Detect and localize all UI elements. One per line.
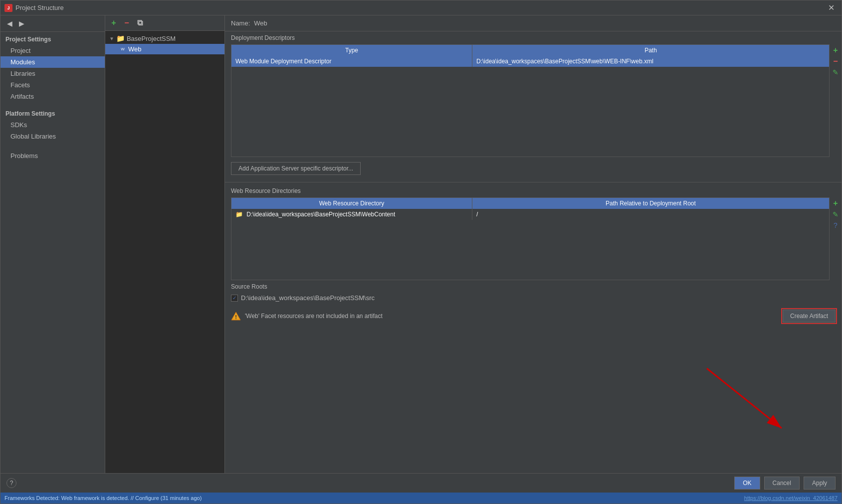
- tree-root-label: BaseProjectSSM: [127, 35, 176, 42]
- web-dir-column-header: Web Resource Directory: [231, 198, 472, 209]
- app-icon: J: [4, 4, 12, 12]
- project-structure-window: J Project Structure ✕ ◀ ▶ Project Settin…: [0, 0, 842, 504]
- bottom-bar: ? OK Cancel Apply: [0, 473, 842, 493]
- deployment-table-container: Type Path Web Module Deployment Descript…: [225, 44, 842, 157]
- name-label: Name:: [231, 19, 250, 27]
- close-button[interactable]: ✕: [825, 2, 838, 13]
- web-resource-help-btn[interactable]: ?: [831, 220, 841, 230]
- web-resource-table-header: Web Resource Directory Path Relative to …: [231, 198, 829, 209]
- web-resource-edit-btn[interactable]: ✎: [831, 209, 841, 219]
- section-divider-1: [225, 182, 842, 182]
- main-content: ◀ ▶ Project Settings Project Modules Lib…: [0, 15, 842, 473]
- arrow-overlay: [702, 363, 802, 443]
- sidebar-item-problems[interactable]: Problems: [0, 150, 105, 162]
- sidebar: ◀ ▶ Project Settings Project Modules Lib…: [0, 15, 105, 473]
- window-title: Project Structure: [15, 4, 64, 11]
- tree-content: ▼ 📁 BaseProjectSSM W Web: [105, 31, 224, 473]
- apply-button[interactable]: Apply: [804, 477, 836, 490]
- sidebar-item-project[interactable]: Project: [0, 45, 105, 56]
- source-root-path: D:\idea\idea_workspaces\BaseProjectSSM\s…: [241, 294, 375, 302]
- deployment-table-header: Type Path: [231, 45, 829, 56]
- platform-settings-label: Platform Settings: [0, 106, 105, 119]
- sidebar-item-global-libraries[interactable]: Global Libraries: [0, 131, 105, 142]
- add-server-descriptor-button[interactable]: Add Application Server specific descript…: [231, 162, 361, 175]
- deployment-remove-btn[interactable]: −: [831, 56, 841, 66]
- bottom-right: OK Cancel Apply: [734, 477, 836, 490]
- sidebar-nav: ◀ ▶: [0, 15, 105, 32]
- tree-root-item[interactable]: ▼ 📁 BaseProjectSSM: [105, 33, 224, 44]
- deployment-add-btn[interactable]: +: [831, 45, 841, 55]
- status-bar: Frameworks Detected: Web framework is de…: [0, 493, 842, 504]
- bottom-left: ?: [6, 478, 16, 488]
- source-root-checkbox[interactable]: [231, 295, 238, 302]
- tree-copy-button[interactable]: ⧉: [134, 17, 145, 28]
- forward-button[interactable]: ▶: [16, 18, 26, 28]
- name-bar: Name: Web: [225, 15, 842, 31]
- web-resource-add-btn[interactable]: +: [831, 198, 841, 208]
- source-root-row: D:\idea\idea_workspaces\BaseProjectSSM\s…: [231, 293, 836, 303]
- name-value: Web: [254, 19, 267, 27]
- deployment-table-empty: [231, 67, 829, 157]
- cancel-button[interactable]: Cancel: [764, 477, 800, 490]
- back-button[interactable]: ◀: [4, 18, 14, 28]
- add-server-btn-container: Add Application Server specific descript…: [225, 157, 842, 180]
- folder-small-icon: 📁: [235, 211, 243, 218]
- web-resource-table-container: Web Resource Directory Path Relative to …: [225, 197, 842, 280]
- web-dir-cell: 📁 D:\idea\idea_workspaces\BaseProjectSSM…: [231, 209, 472, 220]
- deployment-type-cell: Web Module Deployment Descriptor: [231, 56, 472, 67]
- title-bar-left: J Project Structure: [4, 4, 64, 12]
- ok-button[interactable]: OK: [734, 477, 760, 490]
- title-bar: J Project Structure ✕: [0, 0, 842, 15]
- tree-web-label: Web: [128, 45, 142, 53]
- table-row[interactable]: Web Module Deployment Descriptor D:\idea…: [231, 56, 829, 67]
- warning-icon: !: [231, 311, 241, 321]
- deployment-descriptors-header: Deployment Descriptors: [225, 31, 842, 44]
- tree-panel: + − ⧉ ▼ 📁 BaseProjectSSM W Web: [105, 15, 225, 473]
- deployment-side-btns: + − ✎: [830, 44, 842, 157]
- tree-remove-button[interactable]: −: [121, 17, 132, 28]
- deployment-path-cell: D:\idea\idea_workspaces\BaseProjectSSM\w…: [472, 56, 829, 67]
- sidebar-item-facets[interactable]: Facets: [0, 79, 105, 91]
- tree-toolbar: + − ⧉: [105, 15, 224, 31]
- status-text: Frameworks Detected: Web framework is de…: [4, 495, 202, 501]
- sidebar-item-artifacts[interactable]: Artifacts: [0, 91, 105, 102]
- web-resource-table-wrapper: Web Resource Directory Path Relative to …: [231, 197, 830, 280]
- web-rel-path-column-header: Path Relative to Deployment Root: [472, 198, 829, 209]
- type-column-header: Type: [231, 45, 472, 56]
- web-resource-row[interactable]: 📁 D:\idea\idea_workspaces\BaseProjectSSM…: [231, 209, 829, 220]
- help-button[interactable]: ?: [6, 478, 16, 488]
- status-link[interactable]: https://blog.csdn.net/weixin_42061487: [744, 495, 838, 501]
- sidebar-item-modules[interactable]: Modules: [0, 56, 105, 68]
- warning-left: ! 'Web' Facet resources are not included…: [231, 311, 383, 321]
- tree-arrow: ▼: [109, 36, 114, 41]
- deployment-table-wrapper: Type Path Web Module Deployment Descript…: [231, 44, 830, 157]
- tree-add-button[interactable]: +: [108, 17, 119, 28]
- path-column-header: Path: [472, 45, 829, 56]
- deployment-edit-btn[interactable]: ✎: [831, 67, 841, 77]
- source-roots-label: Source Roots: [231, 283, 836, 290]
- svg-text:!: !: [235, 314, 237, 320]
- web-resource-side-btns: + ✎ ?: [830, 197, 842, 280]
- folder-icon: 📁: [116, 34, 125, 42]
- svg-line-3: [707, 368, 782, 428]
- web-resource-table-empty: [231, 220, 829, 280]
- tree-web-item[interactable]: W Web: [105, 44, 224, 54]
- sidebar-item-libraries[interactable]: Libraries: [0, 68, 105, 79]
- web-resource-header: Web Resource Directories: [225, 184, 842, 197]
- web-module-icon: W: [119, 46, 126, 53]
- web-rel-path-cell: /: [472, 209, 829, 220]
- sidebar-item-sdks[interactable]: SDKs: [0, 119, 105, 131]
- warning-text: 'Web' Facet resources are not included i…: [245, 313, 383, 320]
- warning-row: ! 'Web' Facet resources are not included…: [225, 306, 842, 327]
- main-panel: Name: Web Deployment Descriptors Type Pa…: [225, 15, 842, 473]
- source-roots-section: Source Roots D:\idea\idea_workspaces\Bas…: [225, 280, 842, 306]
- create-artifact-button[interactable]: Create Artifact: [783, 310, 836, 323]
- project-settings-label: Project Settings: [0, 32, 105, 45]
